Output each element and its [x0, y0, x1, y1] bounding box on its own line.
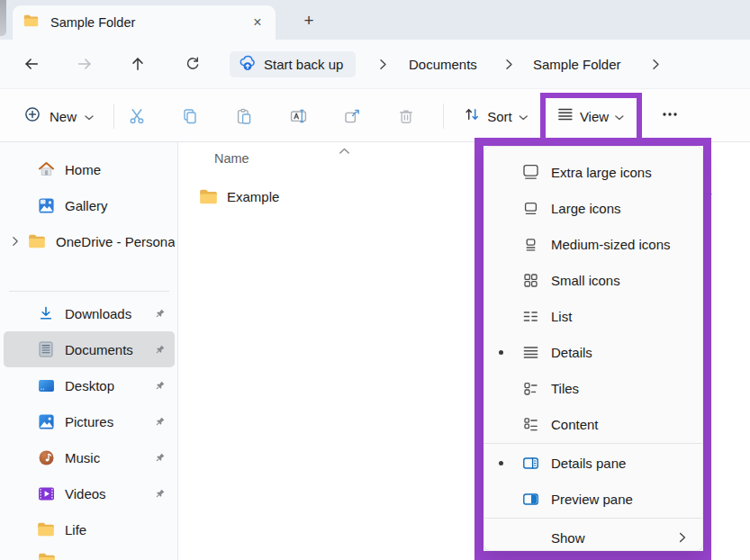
menu-item-small-icons[interactable]: Small icons: [484, 262, 702, 298]
menu-item-label: Preview pane: [551, 492, 633, 507]
breadcrumb-sample-folder[interactable]: Sample Folder: [529, 52, 625, 76]
pin-icon[interactable]: [148, 307, 171, 321]
sidebar-item-onedrive[interactable]: OneDrive - Persona: [4, 223, 175, 259]
sidebar-item-desktop[interactable]: Desktop: [4, 367, 175, 403]
sidebar-item-gallery[interactable]: Gallery: [4, 187, 175, 223]
menu-item-label: Large icons: [551, 201, 621, 216]
forward-button[interactable]: [70, 51, 99, 77]
content-view-icon: [520, 414, 540, 434]
sidebar-item-label: Desktop: [65, 378, 148, 393]
refresh-button[interactable]: [178, 51, 207, 77]
paste-button[interactable]: [228, 100, 260, 132]
sidebar-item-label: Gallery: [65, 198, 175, 213]
sidebar-item-documents[interactable]: Documents: [4, 331, 175, 367]
sidebar-item-label: Life: [65, 522, 175, 537]
menu-item-label: Medium-sized icons: [551, 237, 671, 252]
pictures-icon: [36, 412, 56, 430]
menu-item-label: List: [551, 309, 572, 324]
menu-item-show[interactable]: Show: [484, 519, 702, 555]
sidebar-item-downloads[interactable]: Downloads: [4, 295, 175, 331]
copy-button[interactable]: [174, 100, 206, 132]
menu-item-details[interactable]: Details: [484, 334, 702, 370]
breadcrumb-documents[interactable]: Documents: [405, 52, 481, 76]
menu-item-preview-pane[interactable]: Preview pane: [484, 481, 702, 517]
medium-sized-icons-icon: [520, 234, 540, 254]
menu-item-label: Content: [551, 417, 599, 432]
menu-item-tiles[interactable]: Tiles: [484, 370, 702, 406]
menu-divider: [484, 443, 702, 444]
more-options-button[interactable]: [654, 100, 686, 132]
tab-sample-folder[interactable]: Sample Folder ×: [13, 5, 276, 40]
onedrive-backup-icon: [239, 55, 257, 75]
music-icon: [36, 448, 56, 466]
folder-icon: [23, 14, 39, 31]
chevron-right-icon: [505, 58, 513, 74]
delete-button[interactable]: [390, 100, 422, 132]
menu-item-extra-large-icons[interactable]: Extra large icons: [484, 154, 702, 190]
column-header-name[interactable]: Name: [214, 151, 249, 166]
menu-item-content[interactable]: Content: [484, 406, 702, 442]
new-tab-button[interactable]: +: [297, 9, 321, 32]
close-tab-icon[interactable]: ×: [247, 12, 268, 33]
chevron-right-icon: [652, 58, 660, 74]
back-button[interactable]: [17, 51, 46, 77]
sidebar-item-life[interactable]: Life: [4, 511, 175, 547]
folder-icon: [38, 553, 56, 560]
up-button[interactable]: [123, 51, 152, 77]
menu-item-medium-sized-icons[interactable]: Medium-sized icons: [484, 226, 702, 262]
menu-item-label: Details: [551, 345, 592, 360]
documents-icon: [36, 340, 56, 358]
sort-button[interactable]: Sort: [456, 100, 535, 132]
menu-item-list[interactable]: List: [484, 298, 702, 334]
start-backup-button[interactable]: Start back up: [230, 51, 356, 77]
ellipsis-icon: [661, 105, 679, 127]
menu-item-label: Extra large icons: [551, 165, 652, 180]
sidebar-item-label: Music: [65, 450, 148, 465]
chevron-down-icon: [519, 108, 528, 124]
navigation-bar: Start back up Documents Sample Folder: [0, 40, 750, 88]
menu-item-details-pane[interactable]: Details pane: [484, 445, 702, 481]
sidebar-item-label: Pictures: [65, 414, 148, 429]
sidebar-item-label: Downloads: [65, 306, 148, 321]
sidebar-item-home[interactable]: Home: [4, 151, 175, 187]
sidebar-item-music[interactable]: Music: [4, 439, 175, 475]
menu-item-large-icons[interactable]: Large icons: [484, 190, 702, 226]
pin-icon[interactable]: [148, 343, 171, 357]
pin-icon[interactable]: [148, 487, 171, 501]
new-button[interactable]: New: [14, 100, 103, 132]
view-dropdown-menu: Extra large icons Large icons Medium-siz…: [483, 146, 703, 551]
rename-button[interactable]: [282, 100, 314, 132]
cut-button[interactable]: [121, 100, 153, 132]
file-name-label: Example: [227, 189, 279, 204]
pin-icon[interactable]: [148, 379, 171, 393]
view-button-label: View: [580, 109, 609, 124]
sidebar-item-videos[interactable]: Videos: [4, 475, 175, 511]
navigation-sidebar: Home Gallery OneDrive - Persona Downl: [0, 142, 177, 560]
details-view-icon: [520, 342, 540, 362]
partial-text: r: [708, 189, 712, 203]
menu-item-label: Small icons: [551, 273, 620, 288]
chevron-down-icon: [85, 108, 94, 124]
pin-icon[interactable]: [148, 415, 171, 429]
expand-chevron-icon[interactable]: [4, 236, 27, 247]
pin-icon[interactable]: [148, 451, 171, 465]
videos-icon: [36, 484, 56, 502]
menu-item-label: Tiles: [551, 381, 579, 396]
sort-arrows-icon: [463, 105, 481, 127]
menu-divider: [484, 518, 702, 519]
home-icon: [36, 160, 56, 178]
sidebar-item-label: Videos: [65, 486, 148, 501]
view-lines-icon: [557, 107, 574, 125]
toolbar-divider: [443, 104, 444, 129]
view-button[interactable]: View: [550, 100, 631, 132]
sort-ascending-icon[interactable]: [339, 142, 350, 158]
sidebar-item-pictures[interactable]: Pictures: [4, 403, 175, 439]
share-button[interactable]: [336, 100, 368, 132]
sort-button-label: Sort: [487, 109, 512, 124]
file-row-example[interactable]: Example: [191, 184, 515, 209]
start-backup-label: Start back up: [264, 57, 343, 72]
selected-bullet-icon: [499, 350, 503, 355]
sidebar-item-label: Home: [65, 162, 175, 177]
downloads-icon: [36, 304, 56, 322]
command-toolbar: New Sort: [0, 88, 750, 142]
